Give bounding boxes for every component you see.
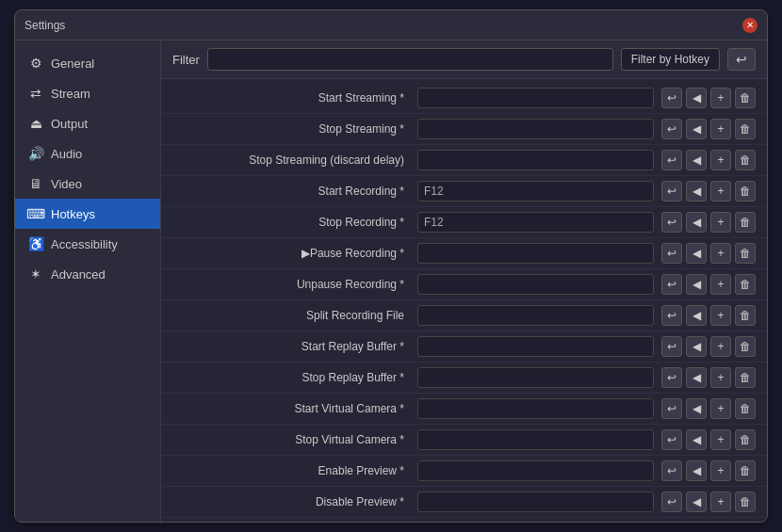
delete-button[interactable]: 🗑: [735, 274, 756, 295]
hotkey-actions: ↩◀+🗑: [661, 336, 756, 357]
mic-button[interactable]: ◀: [686, 460, 707, 481]
filter-by-hotkey-button[interactable]: Filter by Hotkey: [621, 48, 720, 71]
undo-button[interactable]: ↩: [661, 305, 682, 326]
mic-button[interactable]: ◀: [686, 398, 707, 419]
add-button[interactable]: +: [710, 305, 731, 326]
delete-button[interactable]: 🗑: [735, 398, 756, 419]
sidebar-item-output[interactable]: ⏏Output: [15, 108, 160, 138]
sidebar-item-video[interactable]: 🖥Video: [15, 169, 160, 199]
hotkey-binding[interactable]: [417, 150, 654, 170]
delete-button[interactable]: 🗑: [735, 150, 756, 170]
add-button[interactable]: +: [710, 492, 731, 512]
delete-button[interactable]: 🗑: [735, 460, 756, 481]
hotkey-row: Start Replay Buffer *↩◀+🗑: [161, 331, 767, 363]
undo-button[interactable]: ↩: [661, 150, 682, 170]
delete-button[interactable]: 🗑: [735, 243, 756, 264]
filter-back-button[interactable]: ↩: [727, 48, 756, 71]
undo-button[interactable]: ↩: [661, 492, 682, 512]
hotkey-binding[interactable]: F12: [417, 212, 654, 233]
mic-button[interactable]: ◀: [686, 274, 707, 295]
delete-button[interactable]: 🗑: [735, 367, 756, 388]
hotkey-binding[interactable]: [417, 492, 654, 512]
mic-button[interactable]: ◀: [686, 336, 707, 357]
mic-button[interactable]: ◀: [686, 150, 707, 170]
mic-button[interactable]: ◀: [686, 492, 707, 512]
hotkey-binding[interactable]: [417, 274, 654, 295]
mic-button[interactable]: ◀: [686, 88, 707, 108]
undo-button[interactable]: ↩: [661, 367, 682, 388]
hotkey-actions: ↩◀+🗑: [661, 119, 756, 139]
add-button[interactable]: +: [710, 119, 731, 139]
add-button[interactable]: +: [710, 460, 731, 481]
undo-button[interactable]: ↩: [661, 181, 682, 202]
hotkeys-list: Start Streaming *↩◀+🗑Stop Streaming *↩◀+…: [161, 79, 767, 522]
add-button[interactable]: +: [710, 212, 731, 233]
sidebar-item-general[interactable]: ⚙General: [15, 48, 160, 78]
main-content: Filter Filter by Hotkey ↩ Start Streamin…: [161, 40, 767, 522]
sidebar-item-hotkeys[interactable]: ⌨Hotkeys: [15, 199, 160, 229]
hotkey-binding[interactable]: [417, 460, 654, 481]
window-body: ⚙General⇄Stream⏏Output🔊Audio🖥Video⌨Hotke…: [15, 40, 767, 522]
hotkey-actions: ↩◀+🗑: [661, 150, 756, 170]
undo-button[interactable]: ↩: [661, 119, 682, 139]
window-title: Settings: [24, 19, 742, 32]
title-bar-controls: ✕: [742, 18, 758, 33]
mic-button[interactable]: ◀: [686, 212, 707, 233]
sidebar-label-accessibility: Accessibility: [51, 237, 118, 251]
hotkey-binding[interactable]: [417, 336, 654, 357]
hotkey-row: Stop Streaming *↩◀+🗑: [161, 114, 767, 145]
hotkey-row: Unpause Recording *↩◀+🗑: [161, 269, 767, 300]
delete-button[interactable]: 🗑: [735, 492, 756, 512]
filter-input[interactable]: [207, 48, 613, 71]
sidebar-label-advanced: Advanced: [51, 267, 106, 282]
hotkey-binding[interactable]: [417, 88, 654, 108]
add-button[interactable]: +: [710, 274, 731, 295]
add-button[interactable]: +: [710, 336, 731, 357]
undo-button[interactable]: ↩: [661, 398, 682, 419]
undo-button[interactable]: ↩: [661, 336, 682, 357]
hotkey-binding[interactable]: [417, 305, 654, 326]
undo-button[interactable]: ↩: [661, 243, 682, 264]
mic-button[interactable]: ◀: [686, 367, 707, 388]
hotkey-actions: ↩◀+🗑: [661, 243, 756, 264]
delete-button[interactable]: 🗑: [735, 88, 756, 108]
sidebar-item-stream[interactable]: ⇄Stream: [15, 78, 160, 108]
hotkey-binding[interactable]: F12: [417, 181, 654, 202]
mic-button[interactable]: ◀: [686, 181, 707, 202]
add-button[interactable]: +: [710, 243, 731, 264]
sidebar-item-advanced[interactable]: ✶Advanced: [15, 259, 160, 289]
add-button[interactable]: +: [710, 181, 731, 202]
hotkey-binding[interactable]: [417, 119, 654, 139]
undo-button[interactable]: ↩: [661, 88, 682, 108]
delete-button[interactable]: 🗑: [735, 336, 756, 357]
close-button[interactable]: ✕: [742, 18, 758, 33]
mic-button[interactable]: ◀: [686, 429, 707, 450]
add-button[interactable]: +: [710, 429, 731, 450]
hotkey-binding[interactable]: [417, 367, 654, 388]
sidebar-item-audio[interactable]: 🔊Audio: [15, 138, 160, 169]
undo-button[interactable]: ↩: [661, 460, 682, 481]
mic-button[interactable]: ◀: [686, 243, 707, 264]
hotkey-actions: ↩◀+🗑: [661, 212, 756, 233]
delete-button[interactable]: 🗑: [735, 212, 756, 233]
mic-button[interactable]: ◀: [686, 305, 707, 326]
hotkey-binding[interactable]: [417, 398, 654, 419]
hotkey-binding[interactable]: [417, 429, 654, 450]
hotkey-actions: ↩◀+🗑: [661, 492, 756, 512]
settings-window: Settings ✕ ⚙General⇄Stream⏏Output🔊Audio🖥…: [14, 9, 768, 523]
add-button[interactable]: +: [710, 367, 731, 388]
undo-button[interactable]: ↩: [661, 429, 682, 450]
add-button[interactable]: +: [710, 398, 731, 419]
hotkey-binding[interactable]: [417, 243, 654, 264]
sidebar-item-accessibility[interactable]: ♿Accessibility: [15, 229, 160, 259]
delete-button[interactable]: 🗑: [735, 305, 756, 326]
add-button[interactable]: +: [710, 88, 731, 108]
delete-button[interactable]: 🗑: [735, 119, 756, 139]
mic-button[interactable]: ◀: [686, 119, 707, 139]
undo-button[interactable]: ↩: [661, 212, 682, 233]
hotkey-actions: ↩◀+🗑: [661, 398, 756, 419]
delete-button[interactable]: 🗑: [735, 181, 756, 202]
undo-button[interactable]: ↩: [661, 274, 682, 295]
add-button[interactable]: +: [710, 150, 731, 170]
delete-button[interactable]: 🗑: [735, 429, 756, 450]
